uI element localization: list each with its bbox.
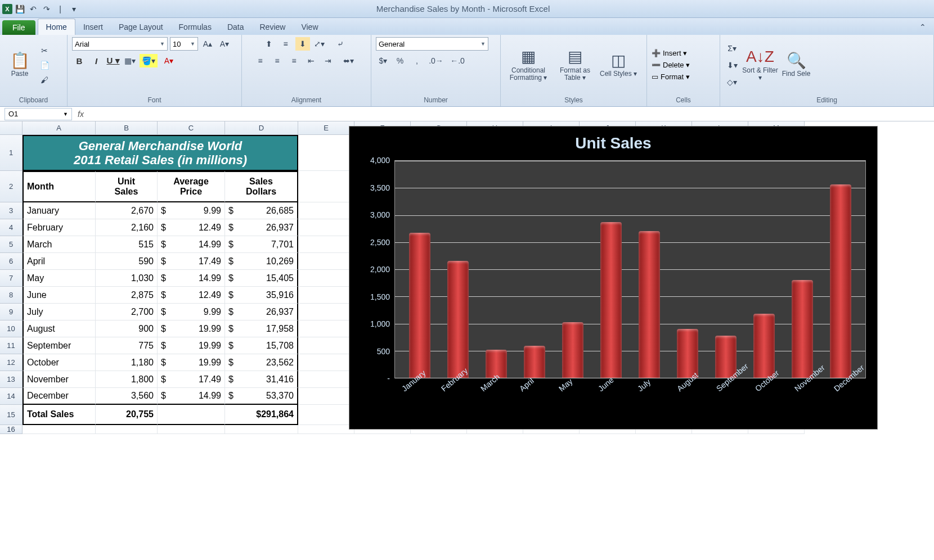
tab-insert[interactable]: Insert	[75, 19, 111, 35]
select-all-corner[interactable]	[0, 121, 23, 135]
chart-bar[interactable]	[447, 261, 469, 378]
cell-avg-price[interactable]: $14.99	[158, 388, 225, 405]
cell-avg-price[interactable]: $14.99	[158, 270, 225, 287]
cell-month[interactable]: December	[23, 388, 96, 405]
cell[interactable]	[158, 405, 225, 425]
cell-sales-dollars[interactable]: $53,370	[225, 388, 298, 405]
cell-avg-price[interactable]: $9.99	[158, 304, 225, 320]
number-format-combo[interactable]: General▼	[376, 37, 488, 51]
cell-month[interactable]: November	[23, 371, 96, 388]
cell[interactable]	[298, 171, 354, 202]
embedded-chart[interactable]: Unit Sales -5001,0001,5002,0002,5003,000…	[349, 126, 878, 430]
cell-sales-dollars[interactable]: $10,269	[225, 253, 298, 270]
cell-avg-price[interactable]: $19.99	[158, 337, 225, 354]
cell-unit-sales[interactable]: 2,160	[96, 219, 158, 236]
cell[interactable]	[23, 425, 96, 434]
cell[interactable]	[298, 337, 354, 354]
underline-button[interactable]: U ▾	[106, 54, 120, 67]
font-size-combo[interactable]: 10▼	[170, 37, 198, 51]
fill-icon[interactable]: ⬇▾	[725, 58, 739, 72]
cell-avg-price[interactable]: $17.49	[158, 371, 225, 388]
align-center-icon[interactable]: ≡	[270, 54, 285, 67]
cell-avg-price[interactable]: $12.49	[158, 287, 225, 304]
autosum-icon[interactable]: Σ▾	[725, 42, 739, 55]
undo-icon[interactable]: ↶	[27, 3, 39, 15]
cell-month[interactable]: April	[23, 253, 96, 270]
cell-month[interactable]: August	[23, 320, 96, 337]
cell[interactable]	[298, 202, 354, 219]
format-as-table-button[interactable]: ▤Format as Table ▾	[554, 43, 596, 88]
row-header[interactable]: 9	[0, 304, 23, 320]
increase-indent-icon[interactable]: ⇥	[321, 54, 335, 67]
cell-sales-dollars[interactable]: $35,916	[225, 287, 298, 304]
cell-month[interactable]: March	[23, 236, 96, 253]
align-left-icon[interactable]: ≡	[253, 54, 268, 67]
row-header[interactable]: 10	[0, 320, 23, 337]
cell-total-sales[interactable]: $291,864	[225, 405, 298, 425]
cell[interactable]	[298, 371, 354, 388]
paste-button[interactable]: 📋 Paste	[5, 43, 35, 88]
cell-unit-sales[interactable]: 590	[96, 253, 158, 270]
cell-unit-sales[interactable]: 1,180	[96, 354, 158, 371]
row-header[interactable]: 15	[0, 405, 23, 425]
row-header[interactable]: 7	[0, 270, 23, 287]
cell[interactable]	[298, 219, 354, 236]
cell-unit-sales[interactable]: 1,800	[96, 371, 158, 388]
fx-icon[interactable]: fx	[78, 110, 84, 119]
fill-color-icon[interactable]: 🪣▾	[140, 54, 158, 67]
cell-avg-price[interactable]: $14.99	[158, 236, 225, 253]
cell-unit-sales[interactable]: 2,700	[96, 304, 158, 320]
cell-unit-sales[interactable]: 3,560	[96, 388, 158, 405]
cell-avg-price[interactable]: $9.99	[158, 202, 225, 219]
wrap-text-icon[interactable]: ⤶	[329, 37, 352, 51]
minimize-ribbon-icon[interactable]: ⌃	[911, 19, 934, 35]
tab-page-layout[interactable]: Page Layout	[111, 19, 171, 35]
tab-data[interactable]: Data	[219, 19, 252, 35]
cell[interactable]	[225, 425, 298, 434]
cell[interactable]	[298, 135, 354, 171]
borders-icon[interactable]: ▦▾	[123, 54, 137, 67]
cell-avg-price[interactable]: $19.99	[158, 320, 225, 337]
formula-input[interactable]	[89, 108, 934, 120]
cell-sales-dollars[interactable]: $26,685	[225, 202, 298, 219]
orientation-icon[interactable]: ⤢▾	[312, 37, 327, 51]
bold-button[interactable]: B	[72, 54, 87, 67]
col-header[interactable]: D	[225, 121, 298, 135]
cell-sales-dollars[interactable]: $17,958	[225, 320, 298, 337]
cell-avg-price[interactable]: $19.99	[158, 354, 225, 371]
cell-unit-sales[interactable]: 2,875	[96, 287, 158, 304]
file-tab[interactable]: File	[2, 20, 35, 35]
header-month[interactable]: Month	[23, 171, 96, 202]
cell-sales-dollars[interactable]: $15,405	[225, 270, 298, 287]
cell[interactable]	[298, 270, 354, 287]
row-header[interactable]: 1	[0, 135, 23, 171]
accounting-format-icon[interactable]: $▾	[376, 54, 390, 67]
find-select-button[interactable]: 🔍Find Sele	[781, 43, 811, 88]
font-color-icon[interactable]: A▾	[160, 54, 178, 67]
col-header[interactable]: A	[23, 121, 96, 135]
delete-cells-button[interactable]: Delete ▾	[663, 61, 690, 69]
align-middle-icon[interactable]: ≡	[279, 37, 293, 51]
cell-month[interactable]: January	[23, 202, 96, 219]
align-right-icon[interactable]: ≡	[287, 54, 302, 67]
align-top-icon[interactable]: ⬆	[262, 37, 276, 51]
cell[interactable]	[298, 304, 354, 320]
row-header[interactable]: 13	[0, 371, 23, 388]
insert-cells-button[interactable]: Insert ▾	[663, 49, 687, 57]
chart-bar[interactable]	[409, 233, 430, 378]
cell-avg-price[interactable]: $12.49	[158, 219, 225, 236]
save-icon[interactable]: 💾	[14, 3, 26, 15]
row-header[interactable]: 3	[0, 202, 23, 219]
cell-month[interactable]: September	[23, 337, 96, 354]
cell-unit-sales[interactable]: 900	[96, 320, 158, 337]
tab-view[interactable]: View	[293, 19, 326, 35]
cell[interactable]	[298, 320, 354, 337]
name-box[interactable]: O1▼	[5, 108, 72, 120]
cell-styles-button[interactable]: ◫Cell Styles ▾	[599, 43, 638, 88]
cell-unit-sales[interactable]: 1,030	[96, 270, 158, 287]
cell-avg-price[interactable]: $17.49	[158, 253, 225, 270]
row-header[interactable]: 2	[0, 171, 23, 202]
cell-total-label[interactable]: Total Sales	[23, 405, 96, 425]
row-header[interactable]: 6	[0, 253, 23, 270]
cell[interactable]	[298, 287, 354, 304]
